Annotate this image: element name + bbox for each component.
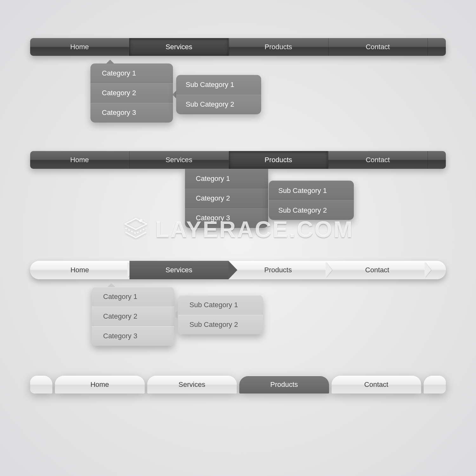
nav1-item-products[interactable]: Products bbox=[229, 38, 328, 56]
nav1-dropdown-item[interactable]: Category 3 bbox=[90, 103, 173, 122]
nav3-item-label: Home bbox=[70, 266, 89, 274]
nav3-item-label: Contact bbox=[365, 266, 389, 274]
caret-left-icon bbox=[174, 311, 177, 319]
nav4-item-label: Products bbox=[270, 380, 298, 389]
flyout-item-label: Sub Category 2 bbox=[278, 206, 327, 215]
caret-left-icon bbox=[172, 91, 176, 98]
nav3-flyout-item[interactable]: Sub Category 2 bbox=[178, 315, 263, 334]
nav3-flyout: Sub Category 1 Sub Category 2 bbox=[178, 295, 263, 334]
nav2-endcap bbox=[427, 151, 446, 169]
nav3-item-home[interactable]: Home bbox=[30, 261, 129, 279]
nav2-dropdown-item[interactable]: Category 2 bbox=[185, 188, 268, 208]
nav1-endcap bbox=[427, 38, 446, 56]
nav2-dropdown-item[interactable]: Category 1 bbox=[185, 169, 268, 188]
nav3-item-label: Services bbox=[166, 266, 192, 274]
nav3-item-label: Products bbox=[264, 266, 292, 274]
dropdown-item-label: Category 3 bbox=[102, 109, 136, 117]
nav2-bar: Home Services Products Contact bbox=[30, 151, 446, 169]
nav3-section: Home Services Products Contact Category … bbox=[30, 261, 446, 279]
nav1-item-contact[interactable]: Contact bbox=[328, 38, 427, 56]
nav2-item-home[interactable]: Home bbox=[30, 151, 129, 169]
nav2-dropdown: Category 1 Category 2 Category 3 bbox=[185, 169, 268, 228]
nav3-dropdown: Category 1 Category 2 Category 3 bbox=[92, 287, 174, 346]
nav2-item-label: Home bbox=[70, 156, 89, 164]
nav4-section: Home Services Products Contact bbox=[30, 374, 446, 393]
nav2-item-services[interactable]: Services bbox=[129, 151, 228, 169]
dropdown-item-label: Category 2 bbox=[102, 89, 136, 97]
nav3-dropdown-item[interactable]: Category 1 bbox=[92, 287, 174, 307]
nav1-flyout-item[interactable]: Sub Category 1 bbox=[176, 75, 261, 95]
flyout-item-label: Sub Category 1 bbox=[186, 81, 234, 89]
nav3-item-contact[interactable]: Contact bbox=[328, 261, 427, 279]
nav4-item-label: Contact bbox=[364, 380, 388, 389]
nav1-bar: Home Services Products Contact bbox=[30, 38, 446, 56]
flyout-item-label: Sub Category 2 bbox=[186, 100, 234, 109]
nav4-item-products[interactable]: Products bbox=[239, 376, 329, 393]
nav1-item-label: Products bbox=[265, 43, 292, 51]
dropdown-item-label: Category 1 bbox=[196, 175, 230, 183]
nav4-item-contact[interactable]: Contact bbox=[332, 376, 421, 393]
nav4-item-label: Services bbox=[179, 380, 205, 389]
nav2-flyout-item[interactable]: Sub Category 2 bbox=[269, 200, 354, 220]
nav1-dropdown-item[interactable]: Category 1 bbox=[90, 63, 173, 83]
dropdown-item-label: Category 1 bbox=[102, 69, 136, 77]
nav1-flyout-item[interactable]: Sub Category 2 bbox=[176, 95, 261, 114]
dropdown-item-label: Category 1 bbox=[103, 293, 137, 301]
nav2-flyout-item[interactable]: Sub Category 1 bbox=[269, 181, 354, 200]
flyout-item-label: Sub Category 2 bbox=[189, 321, 238, 329]
nav3-item-services[interactable]: Services bbox=[129, 261, 229, 279]
dropdown-item-label: Category 3 bbox=[196, 214, 230, 222]
dropdown-item-label: Category 2 bbox=[103, 312, 137, 321]
nav2-item-contact[interactable]: Contact bbox=[328, 151, 427, 169]
nav4-bar: Home Services Products Contact bbox=[30, 374, 446, 393]
nav2-section: Home Services Products Contact Category … bbox=[30, 151, 446, 169]
nav1-dropdown: Category 1 Category 2 Category 3 bbox=[90, 63, 173, 122]
nav1-item-label: Home bbox=[70, 43, 89, 51]
nav1-item-label: Services bbox=[166, 43, 192, 51]
flyout-item-label: Sub Category 1 bbox=[189, 301, 238, 309]
nav3-flyout-item[interactable]: Sub Category 1 bbox=[178, 295, 263, 315]
caret-up-icon bbox=[106, 60, 114, 63]
nav4-endcap-right bbox=[424, 376, 446, 393]
flyout-item-label: Sub Category 1 bbox=[278, 187, 327, 195]
nav3-bar: Home Services Products Contact bbox=[30, 261, 446, 279]
nav2-flyout: Sub Category 1 Sub Category 2 bbox=[269, 181, 354, 220]
caret-up-icon bbox=[108, 283, 115, 287]
nav2-item-products[interactable]: Products bbox=[229, 151, 328, 169]
nav3-dropdown-wrap: Category 1 Category 2 Category 3 Sub Cat… bbox=[92, 283, 174, 346]
nav1-item-services[interactable]: Services bbox=[129, 38, 228, 56]
nav2-item-label: Contact bbox=[366, 156, 390, 164]
nav1-flyout: Sub Category 1 Sub Category 2 bbox=[176, 75, 261, 114]
nav1-item-home[interactable]: Home bbox=[30, 38, 129, 56]
nav3-item-products[interactable]: Products bbox=[228, 261, 328, 279]
nav4-item-label: Home bbox=[90, 380, 109, 389]
nav4-endcap-left bbox=[30, 376, 52, 393]
nav4-item-home[interactable]: Home bbox=[55, 376, 145, 393]
nav4-item-services[interactable]: Services bbox=[147, 376, 237, 393]
nav1-item-label: Contact bbox=[366, 43, 390, 51]
nav3-dropdown-item[interactable]: Category 3 bbox=[92, 326, 174, 346]
nav1-dropdown-item[interactable]: Category 2 bbox=[90, 83, 173, 103]
dropdown-item-label: Category 3 bbox=[103, 332, 137, 340]
nav2-dropdown-item[interactable]: Category 3 bbox=[185, 208, 268, 228]
nav2-item-label: Services bbox=[166, 156, 192, 164]
nav2-item-label: Products bbox=[265, 156, 292, 164]
dropdown-item-label: Category 2 bbox=[196, 194, 230, 202]
nav3-dropdown-item[interactable]: Category 2 bbox=[92, 307, 174, 326]
nav1-dropdown-wrap: Category 1 Category 2 Category 3 Sub Cat… bbox=[90, 60, 173, 122]
